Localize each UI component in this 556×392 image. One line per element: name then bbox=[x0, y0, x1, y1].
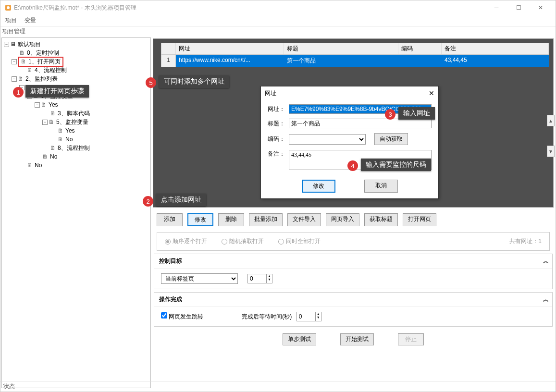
tree-yes[interactable]: Yes bbox=[49, 101, 58, 108]
file-icon bbox=[50, 145, 57, 151]
tree-node-5[interactable]: 5、监控变量 bbox=[56, 118, 88, 126]
scroll-down-button[interactable]: ▼ bbox=[547, 146, 555, 157]
status-bar: 状态 bbox=[0, 381, 556, 392]
menu-bar: 项目 变量 bbox=[0, 15, 556, 26]
file-icon bbox=[50, 110, 57, 117]
svg-point-1 bbox=[7, 6, 10, 9]
col-url[interactable]: 网址 bbox=[176, 43, 284, 54]
radio-random[interactable]: 随机抽取打开 bbox=[222, 237, 264, 245]
tree-collapse-icon[interactable]: − bbox=[35, 102, 40, 108]
table-row[interactable]: 1 https://www.nike.com/cn/t/... 第一个商品 43… bbox=[161, 55, 549, 67]
auto-get-button[interactable]: 自动获取 bbox=[374, 133, 408, 145]
target-tab-select[interactable]: 当前标签页 bbox=[161, 273, 238, 284]
dialog-title: 网址 bbox=[265, 89, 276, 98]
tree-node-8[interactable]: 8、流程控制 bbox=[58, 144, 90, 152]
dialog-cancel-button[interactable]: 取消 bbox=[364, 180, 398, 193]
spinner-up-icon[interactable]: ▲ bbox=[316, 312, 321, 316]
annotation-badge-1: 1 bbox=[13, 87, 24, 98]
step-test-button[interactable]: 单步测试 bbox=[283, 333, 316, 345]
annotation-badge-3: 3 bbox=[385, 109, 395, 120]
tree-collapse-icon[interactable]: − bbox=[12, 59, 17, 64]
file-icon bbox=[58, 127, 64, 134]
annotation-1: 新建打开网页步骤 bbox=[25, 85, 89, 98]
wait-time-spinner[interactable]: ▲▼ bbox=[297, 312, 321, 321]
tree-collapse-icon[interactable]: − bbox=[42, 120, 48, 125]
open-page-button[interactable]: 打开网页 bbox=[403, 213, 436, 226]
menu-project[interactable]: 项目 bbox=[5, 16, 17, 24]
start-test-button[interactable]: 开始测试 bbox=[340, 333, 374, 345]
annotation-4: 输入需要监控的尺码 bbox=[361, 159, 431, 171]
file-icon bbox=[58, 136, 64, 143]
annotation-badge-5: 5 bbox=[146, 77, 156, 88]
file-icon bbox=[27, 162, 34, 169]
menu-variable[interactable]: 变量 bbox=[25, 16, 36, 24]
file-icon bbox=[41, 101, 48, 108]
collapse-icon[interactable]: ︽ bbox=[543, 257, 547, 265]
tree-node-0[interactable]: 0、定时控制 bbox=[27, 49, 59, 57]
stop-button: 停止 bbox=[398, 333, 424, 345]
col-note[interactable]: 备注 bbox=[442, 43, 549, 54]
toolbar: 添加 修改 删除 批量添加 文件导入 网页导入 获取标题 打开网页 bbox=[153, 210, 554, 229]
app-icon bbox=[4, 4, 12, 12]
annotation-3: 输入网址 bbox=[398, 107, 435, 120]
page-redirect-checkbox[interactable]: 网页发生跳转 bbox=[161, 312, 203, 321]
file-icon bbox=[19, 49, 26, 56]
file-icon bbox=[49, 119, 55, 125]
file-icon bbox=[27, 67, 34, 74]
section-control-target: 控制目标︽ 当前标签页 ▲▼ bbox=[154, 254, 553, 289]
tree-no[interactable]: No bbox=[35, 162, 42, 169]
scroll-up-button[interactable]: ▲ bbox=[547, 115, 555, 126]
tree-collapse-icon[interactable]: − bbox=[12, 76, 17, 82]
radio-all[interactable]: 同时全部打开 bbox=[278, 237, 321, 245]
col-title[interactable]: 标题 bbox=[284, 43, 398, 54]
tree-yes[interactable]: Yes bbox=[65, 127, 75, 134]
web-import-button[interactable]: 网页导入 bbox=[326, 213, 359, 226]
maximize-button[interactable]: ☐ bbox=[507, 0, 530, 15]
tree-node-1[interactable]: 1、打开网页 bbox=[28, 58, 61, 66]
get-title-button[interactable]: 获取标题 bbox=[364, 213, 398, 226]
delete-button[interactable]: 删除 bbox=[218, 213, 244, 226]
tree-no[interactable]: No bbox=[50, 153, 57, 160]
url-dialog: 网址 ✕ 网址： 标题： 编码：自动获取 备注： 修改 取消 bbox=[260, 86, 439, 199]
tree-root[interactable]: 默认项目 bbox=[18, 40, 41, 49]
tree-collapse-icon[interactable]: − bbox=[4, 42, 9, 47]
col-encoding[interactable]: 编码 bbox=[398, 43, 442, 54]
close-button[interactable]: ✕ bbox=[530, 0, 552, 15]
open-mode-group: 顺序逐个打开 随机抽取打开 同时全部打开 共有网址：1 bbox=[157, 232, 550, 251]
file-import-button[interactable]: 文件导入 bbox=[287, 213, 321, 226]
tree-node-3[interactable]: 3、脚本代码 bbox=[58, 110, 90, 118]
dialog-close-button[interactable]: ✕ bbox=[429, 89, 434, 98]
file-icon bbox=[18, 75, 25, 82]
title-input[interactable] bbox=[289, 119, 432, 128]
minimize-button[interactable]: ─ bbox=[485, 0, 507, 15]
tree-no[interactable]: No bbox=[65, 136, 73, 143]
pc-icon bbox=[10, 41, 17, 48]
title-bar: E:\mot\nike尺码监控.mot* - 木头浏览器项目管理 ─ ☐ ✕ bbox=[0, 0, 556, 15]
add-button[interactable]: 添加 bbox=[157, 213, 183, 226]
spinner-down-icon[interactable]: ▼ bbox=[267, 278, 272, 281]
file-icon bbox=[42, 153, 49, 160]
dialog-ok-button[interactable]: 修改 bbox=[302, 180, 335, 193]
file-icon bbox=[21, 58, 27, 65]
target-index-spinner[interactable]: ▲▼ bbox=[247, 274, 272, 283]
tree-node-4[interactable]: 4、流程控制 bbox=[35, 66, 67, 74]
window-title: E:\mot\nike尺码监控.mot* - 木头浏览器项目管理 bbox=[14, 4, 485, 12]
panel-label: 项目管理 bbox=[0, 26, 556, 37]
annotation-badge-2: 2 bbox=[143, 196, 153, 207]
radio-sequential[interactable]: 顺序逐个打开 bbox=[165, 237, 207, 245]
edit-button[interactable]: 修改 bbox=[187, 213, 213, 226]
annotation-badge-4: 4 bbox=[347, 160, 358, 171]
wait-label: 完成后等待时间(秒) bbox=[242, 313, 292, 320]
section-operation-done: 操作完成︽ 网页发生跳转 完成后等待时间(秒) ▲▼ bbox=[154, 292, 553, 327]
encoding-select[interactable] bbox=[289, 134, 366, 145]
url-count-label: 共有网址：1 bbox=[509, 237, 542, 245]
batch-add-button[interactable]: 批量添加 bbox=[249, 213, 283, 226]
spinner-up-icon[interactable]: ▲ bbox=[267, 274, 272, 278]
annotation-5: 可同时添加多个网址 bbox=[159, 75, 229, 88]
collapse-icon[interactable]: ︽ bbox=[543, 295, 547, 304]
spinner-down-icon[interactable]: ▼ bbox=[316, 316, 321, 319]
annotation-2: 点击添加网址 bbox=[156, 194, 206, 206]
tree-node-2[interactable]: 2、监控列表 bbox=[25, 75, 58, 83]
